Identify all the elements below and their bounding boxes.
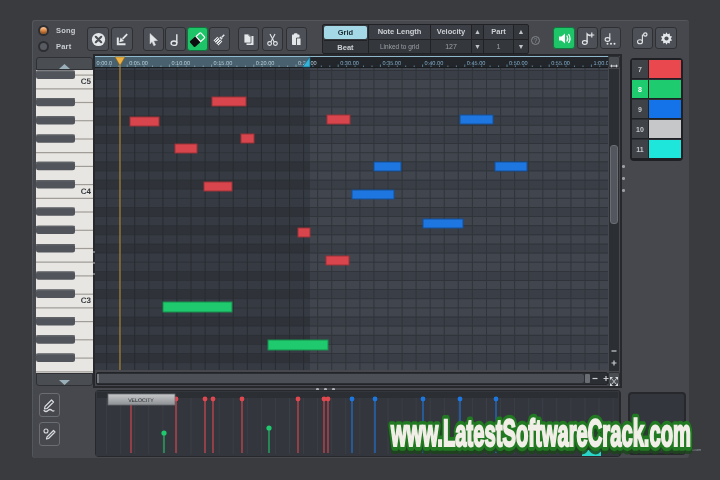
svg-text:0:10.00: 0:10.00 (171, 61, 190, 67)
svg-text:0:35.00: 0:35.00 (382, 61, 401, 67)
svg-text:0:30.00: 0:30.00 (340, 61, 359, 67)
svg-text:0:40.00: 0:40.00 (425, 61, 444, 67)
svg-text:www.LatestSoftwareCrack.com: www.LatestSoftwareCrack.com (390, 413, 691, 455)
svg-text:0:05.00: 0:05.00 (129, 61, 148, 67)
svg-text:0:20.00: 0:20.00 (256, 61, 275, 67)
svg-text:0:00.0: 0:00.0 (97, 61, 113, 67)
svg-text:VELOCITY: VELOCITY (128, 398, 154, 404)
svg-text:0:50.00: 0:50.00 (509, 61, 528, 67)
svg-text:0:15.00: 0:15.00 (214, 61, 233, 67)
svg-text:0:45.00: 0:45.00 (467, 61, 486, 67)
svg-text:0:55.00: 0:55.00 (551, 61, 570, 67)
